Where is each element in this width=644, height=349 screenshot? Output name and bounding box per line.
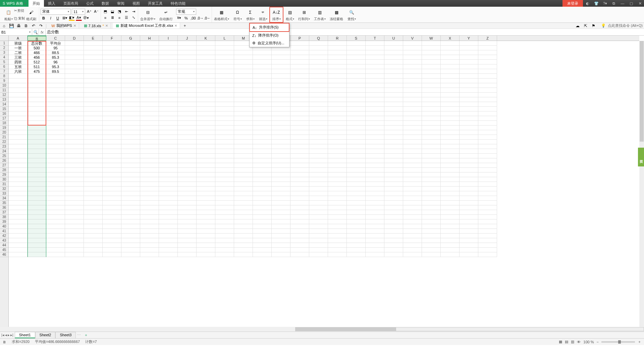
cell[interactable]: [422, 83, 441, 88]
cell[interactable]: [422, 196, 441, 201]
cell[interactable]: [422, 46, 441, 50]
col-header-S[interactable]: S: [347, 36, 366, 41]
cell[interactable]: [384, 168, 403, 172]
cell[interactable]: [140, 168, 159, 172]
cell[interactable]: [422, 55, 441, 60]
cell[interactable]: [9, 224, 28, 229]
cell[interactable]: [403, 191, 422, 196]
cell[interactable]: [140, 140, 159, 144]
cell[interactable]: [65, 201, 84, 205]
cell[interactable]: [159, 46, 178, 50]
cell[interactable]: [234, 135, 253, 140]
cell[interactable]: [103, 149, 121, 154]
cell[interactable]: [159, 224, 178, 229]
cell[interactable]: [272, 116, 290, 121]
decrease-font-icon[interactable]: A⁻: [93, 9, 99, 14]
cell[interactable]: [28, 191, 46, 196]
cell[interactable]: [366, 158, 384, 163]
copy-button[interactable]: ⿻复制: [14, 16, 25, 21]
cell[interactable]: [178, 111, 197, 116]
cell[interactable]: 512: [28, 60, 46, 64]
cell[interactable]: [272, 243, 290, 248]
cell[interactable]: [197, 215, 215, 219]
col-header-H[interactable]: H: [140, 36, 159, 41]
cell[interactable]: [215, 210, 234, 215]
cell[interactable]: [9, 111, 28, 116]
cell[interactable]: [478, 210, 497, 215]
row-header-11[interactable]: 11: [0, 88, 8, 93]
cell[interactable]: [347, 140, 366, 144]
cell[interactable]: [384, 187, 403, 191]
cell[interactable]: 95.3: [46, 64, 65, 69]
cell[interactable]: [478, 172, 497, 177]
cell[interactable]: [366, 83, 384, 88]
cell[interactable]: [215, 55, 234, 60]
formula-input[interactable]: 总分数: [46, 29, 644, 35]
cell[interactable]: [478, 130, 497, 135]
cell[interactable]: [197, 46, 215, 50]
cell[interactable]: [234, 243, 253, 248]
worksheet-button[interactable]: ▥工作表▾: [312, 7, 328, 22]
cell[interactable]: [65, 121, 84, 126]
cell[interactable]: [46, 149, 65, 154]
cell[interactable]: [159, 177, 178, 182]
indent-increase-icon[interactable]: ⇥: [130, 9, 137, 14]
cell[interactable]: [460, 135, 478, 140]
cell[interactable]: [366, 187, 384, 191]
cell[interactable]: [159, 93, 178, 97]
cell[interactable]: [28, 79, 46, 83]
cell[interactable]: [234, 79, 253, 83]
cell[interactable]: [140, 248, 159, 252]
cell[interactable]: [140, 224, 159, 229]
cell[interactable]: [140, 229, 159, 234]
cell[interactable]: [65, 111, 84, 116]
cell[interactable]: [309, 79, 328, 83]
cancel-formula-icon[interactable]: 🔍: [32, 29, 39, 35]
cell[interactable]: [9, 149, 28, 154]
row-header-32[interactable]: 32: [0, 187, 8, 191]
cell[interactable]: [103, 234, 121, 238]
cell[interactable]: [140, 126, 159, 130]
cell[interactable]: [65, 116, 84, 121]
cell[interactable]: [460, 79, 478, 83]
cell[interactable]: [460, 168, 478, 172]
cell[interactable]: 456: [28, 55, 46, 60]
cell[interactable]: [253, 144, 272, 149]
cell[interactable]: [140, 187, 159, 191]
cell[interactable]: [290, 144, 309, 149]
cell[interactable]: [84, 205, 103, 210]
cell[interactable]: [290, 149, 309, 154]
cell[interactable]: [422, 168, 441, 172]
cell[interactable]: [347, 93, 366, 97]
cell[interactable]: [403, 102, 422, 107]
cell[interactable]: [121, 64, 140, 69]
currency-icon[interactable]: ¥▾: [176, 15, 182, 21]
border-button[interactable]: ⊞▾: [62, 15, 68, 21]
cell[interactable]: [84, 168, 103, 172]
cell[interactable]: [253, 238, 272, 243]
cell[interactable]: [253, 201, 272, 205]
row-header-30[interactable]: 30: [0, 177, 8, 182]
cell[interactable]: [197, 126, 215, 130]
cell[interactable]: [478, 79, 497, 83]
cell[interactable]: [441, 111, 460, 116]
cell[interactable]: [478, 97, 497, 102]
cell[interactable]: [159, 126, 178, 130]
cell[interactable]: [272, 88, 290, 93]
cell[interactable]: [422, 243, 441, 248]
filter-button[interactable]: ⫧筛选▾: [257, 7, 269, 22]
cell[interactable]: [215, 111, 234, 116]
cell[interactable]: [159, 55, 178, 60]
cell[interactable]: [46, 234, 65, 238]
cell[interactable]: [234, 88, 253, 93]
column-headers[interactable]: ABCDEFGHIJKLMNOPQRSTUVWXYZ: [9, 36, 639, 41]
cell[interactable]: [159, 238, 178, 243]
cell[interactable]: [215, 149, 234, 154]
number-format-combo[interactable]: 常规▾: [176, 9, 196, 15]
cell[interactable]: [347, 60, 366, 64]
cell[interactable]: [28, 102, 46, 107]
cell[interactable]: [159, 79, 178, 83]
cell[interactable]: [9, 234, 28, 238]
cell[interactable]: [140, 149, 159, 154]
cell[interactable]: [403, 177, 422, 182]
